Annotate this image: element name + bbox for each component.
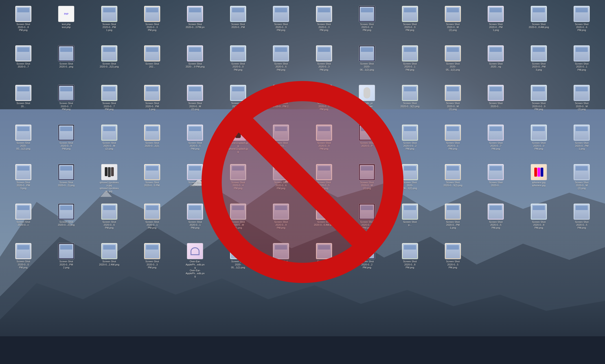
- file-item[interactable]: Screen Shot2020-0....: [475, 83, 517, 122]
- file-sub-label: 2020-0...7 PM.png: [486, 144, 506, 150]
- file-sub-label: 2020-0...M (2).png: [572, 105, 592, 111]
- file-item[interactable]: Screen Shot2020-0...7 PM.png: [88, 83, 130, 122]
- file-sub-label: 2020-0...2).png: [58, 223, 75, 226]
- file-item[interactable]: Screen Shot2020-0...PM: [217, 4, 259, 43]
- file-item[interactable]: Screen Shot2020-0...M (2).png: [88, 123, 130, 162]
- file-sub-label: 2020-0...1 PM.png: [572, 65, 592, 71]
- file-thumbnail: [531, 6, 547, 22]
- file-sub-label: 2020-0...8 AM.png: [529, 26, 549, 29]
- file-item[interactable]: Screen Shot2020-0...7: [2, 44, 44, 83]
- file-item[interactable]: Screen Shot2020-0...PM 1.png: [88, 4, 130, 43]
- file-item[interactable]: Screen Shot2020-0-0...9 PM.png: [518, 83, 560, 122]
- file-item[interactable]: Screen Shot2020-0...PM 1.png: [561, 123, 603, 162]
- file-item[interactable]: Screen Shot2020-0...3(2).png: [432, 163, 474, 201]
- file-item[interactable]: Screen Shot2020-0...0 PM.png: [2, 242, 44, 280]
- file-item[interactable]: Screen Shot2020-0...c: [2, 202, 44, 241]
- file-name-label: Screen Shot: [145, 181, 159, 184]
- file-item[interactable]: PHPtest.phptest.php: [45, 4, 87, 43]
- file-item[interactable]: Screen Shot2020-0...PM 3.png: [2, 163, 44, 201]
- file-item[interactable]: Screen Shot202...: [131, 44, 173, 83]
- file-name-label: Screen Shot: [59, 181, 73, 184]
- file-item[interactable]: Screen Shot2020-0...PM 3.png: [518, 44, 560, 83]
- file-thumbnail: [488, 6, 504, 22]
- file-item[interactable]: Screen Shot2020-0...8 PM.png: [518, 202, 560, 241]
- file-item[interactable]: Screen Shot2020-0...PM 2.png: [45, 242, 87, 280]
- file-item[interactable]: Screen Shot2020-0...3 PM.png: [303, 44, 345, 83]
- file-item[interactable]: Screen Shot2020-0...3 PM.pn: [174, 4, 216, 43]
- file-item[interactable]: Screen Shot2020-0...5 PM.png: [475, 202, 517, 241]
- file-item[interactable]: Screen Shot2020-0...9 PM.png: [45, 123, 87, 162]
- file-thumbnail: [574, 45, 590, 62]
- file-item[interactable]: Screen Shot2020-0...5 PM.: [131, 163, 173, 201]
- file-item[interactable]: Screen Shot2020-0...2(2).: [131, 123, 173, 162]
- file-item[interactable]: Screen Shot2020-0...3 PM.png: [131, 4, 173, 43]
- file-thumbnail: [445, 45, 461, 62]
- file-name-label: Screen Shot: [231, 62, 245, 65]
- file-item[interactable]: Screen Shot2020-06...1(2).png: [346, 44, 388, 83]
- file-sub-label: 2020-0...3(2).png: [443, 184, 462, 187]
- file-name-label: Screen Shot: [145, 221, 159, 223]
- file-thumbnail: [402, 6, 418, 22]
- file-item[interactable]: Screen Shot2020-0...7 PM.png: [475, 123, 517, 162]
- file-item[interactable]: Screen Shot2020-0...8 AM.png: [518, 4, 560, 43]
- file-item[interactable]: Screen Shot2020-0...8 PM.png: [2, 4, 44, 43]
- file-item[interactable]: Screen Shot2020-05...1(2).png: [432, 44, 474, 83]
- file-item[interactable]: Screen Shot2020-0...3 PM.png: [131, 242, 173, 280]
- file-item[interactable]: Screen Shot2020-0...1 PM.png: [389, 44, 431, 83]
- file-item[interactable]: iphonexr.jpgiphonexr.jpg: [518, 163, 560, 201]
- file-item[interactable]: Screen Shot2020-0...9 PM.png: [260, 4, 302, 43]
- file-item[interactable]: Screen Shot2020-0...6 PM.png: [260, 44, 302, 83]
- file-thumbnail: [101, 45, 117, 62]
- file-item[interactable]: Screen Shot2020-0...2(2).png: [88, 44, 130, 83]
- file-item[interactable]: Screen Shot2020-0...7 PM.png: [45, 83, 87, 122]
- file-item[interactable]: Screen Shot2020-0...3 PM.png: [303, 4, 345, 43]
- file-item[interactable]: Screen Shot2020-0...2).png: [45, 202, 87, 241]
- file-name-label: Screen Shot: [360, 23, 374, 26]
- file-name-label: Screen Shot: [446, 260, 460, 263]
- file-name-label: Screen Shot: [59, 62, 73, 65]
- file-item[interactable]: Screen Shot2020-0...M (2).png: [561, 83, 603, 122]
- file-item[interactable]: Screen Shot2020-0...png: [45, 44, 87, 83]
- file-item[interactable]: Screen Shot20...: [2, 83, 44, 122]
- file-sub-label: 2020-0...png: [59, 65, 73, 68]
- file-sub-label: 2020-0...M (2).png: [443, 26, 463, 32]
- file-item[interactable]: Screen Shot2020-0...5 PM.png: [432, 242, 474, 280]
- file-item[interactable]: Screen Shot2020-0...2 AM.png: [88, 242, 130, 280]
- file-item[interactable]: Screen Shot2020...ng: [475, 44, 517, 83]
- file-item[interactable]: Screen Shot2020-0...1 PM.png: [561, 44, 603, 83]
- file-item[interactable]: Screen Shot2020-0...5 PM.png: [561, 202, 603, 241]
- file-item[interactable]: Screen Shot2020-0...M (2).png: [432, 4, 474, 43]
- file-item[interactable]: Screen Shot2020-05...1(2).png: [2, 123, 44, 162]
- file-item[interactable]: Screen Shot2020-0...6 PM.png: [561, 4, 603, 43]
- file-item[interactable]: Screen Shot2020-0...: [475, 163, 517, 201]
- file-item[interactable]: Screen Shot2020-0...9 PM.png: [389, 4, 431, 43]
- file-item[interactable]: Screen Shot2020-0...1 PM.png: [131, 202, 173, 241]
- file-item[interactable]: Screen Shot2020-0...4 PM.png: [346, 4, 388, 43]
- file-name-label: Screen Shot: [16, 181, 30, 184]
- file-name-label: Screen Shot: [489, 102, 503, 105]
- file-item[interactable]: Screen Shot2020-0...M (2).png: [561, 163, 603, 201]
- file-name-label: Screen Shot: [532, 23, 546, 26]
- file-sub-label: 2020-0...6 PM.png: [572, 26, 592, 32]
- file-sub-label: 2020-0...6 PM.png: [99, 223, 119, 229]
- file-name-label: Screen Shot: [145, 23, 159, 26]
- file-item[interactable]: Screen Shot2020-0...0 PM.png: [518, 123, 560, 162]
- file-item[interactable]: iphone11prolineup.jpgiphone11prolineup. …: [88, 163, 130, 201]
- file-item[interactable]: Screen Shot2020-0...0 PM.png: [217, 44, 259, 83]
- file-item[interactable]: Screen Shot2020-0...PM 1.png: [475, 4, 517, 43]
- file-item[interactable]: Screen Shot2020-0...PM 1.png: [131, 83, 173, 122]
- file-thumbnail: [15, 204, 31, 220]
- file-item[interactable]: Screen Shot2020-0...PM 1.png: [432, 202, 474, 241]
- file-item[interactable]: Screen Shot2020-0...6 PM.png: [88, 202, 130, 241]
- file-sub-label: 2020-0...3 PM.png: [142, 26, 162, 32]
- file-name-label: Screen Shot: [102, 102, 116, 105]
- file-item[interactable]: Screen Shot2020-0...2).png: [45, 163, 87, 201]
- no-symbol-line: [232, 112, 373, 252]
- file-item[interactable]: Screen Shot2020-0...M (2).png: [432, 83, 474, 122]
- file-thumbnail: PHP: [58, 6, 74, 22]
- file-item[interactable]: Screen Shot2020-...9 PM.png: [174, 44, 216, 83]
- file-item[interactable]: Screen Shot2020-0...1 PM.png: [432, 123, 474, 162]
- file-name-label: Screen Shot: [59, 102, 73, 105]
- file-name-label: Screen Shot: [188, 23, 202, 26]
- file-sub-label: 2020-0...PM 1.png: [443, 223, 463, 229]
